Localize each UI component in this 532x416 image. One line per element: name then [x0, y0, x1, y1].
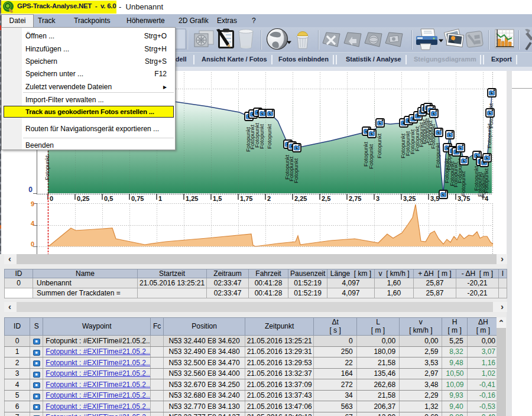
svg-text:Fotopunkt: Fotopunkt [293, 158, 299, 183]
svg-text:Fotopunkt: Fotopunkt [460, 171, 466, 196]
svg-text:Fotopunkt: Fotopunkt [368, 144, 374, 169]
svg-text:Fotopunkt: Fotopunkt [266, 124, 273, 149]
svg-text:0,75: 0,75 [131, 195, 144, 202]
svg-text:2,75: 2,75 [349, 195, 361, 202]
svg-text:Fotopunkt: Fotopunkt [483, 168, 489, 193]
svg-text:1,5: 1,5 [213, 195, 222, 202]
svg-text:Fotopunkt: Fotopunkt [44, 155, 50, 180]
svg-text:3: 3 [376, 195, 379, 202]
svg-text:2: 2 [267, 195, 271, 202]
svg-text:1,25: 1,25 [186, 195, 198, 202]
svg-text:Fotopunkt: Fotopunkt [434, 142, 441, 168]
svg-text:0: 0 [50, 195, 53, 202]
svg-text:3,5: 3,5 [430, 195, 439, 202]
svg-text:2,5: 2,5 [322, 195, 330, 202]
svg-text:1,75: 1,75 [240, 195, 252, 202]
svg-text:0: 0 [28, 186, 33, 194]
svg-text:4: 4 [31, 220, 35, 227]
svg-text:0,5: 0,5 [104, 195, 113, 202]
svg-text:2,25: 2,25 [294, 195, 307, 202]
svg-text:Fotopunkt: Fotopunkt [376, 133, 382, 158]
svg-text:0,25: 0,25 [77, 195, 89, 202]
svg-text:1: 1 [158, 195, 162, 202]
svg-text:3,25: 3,25 [403, 195, 416, 202]
svg-text:Fotopunkt: Fotopunkt [258, 124, 265, 149]
svg-text:9: 9 [31, 200, 34, 207]
svg-text:0: 0 [31, 240, 34, 248]
